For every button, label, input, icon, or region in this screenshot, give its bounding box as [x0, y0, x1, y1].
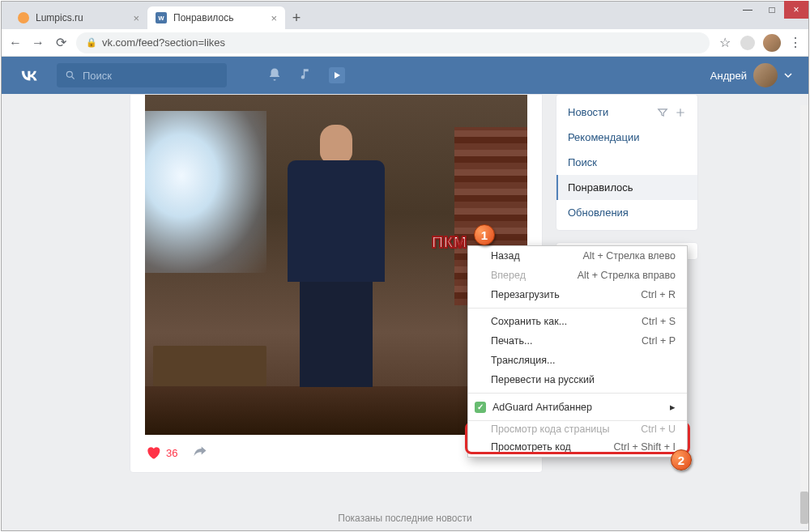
ctx-label: Перевести на русский [491, 374, 595, 385]
header-icons [267, 67, 345, 83]
ctx-label: Просмотр кода страницы [491, 423, 609, 433]
sidebar-item-updates[interactable]: Обновления [556, 200, 697, 225]
like-count: 36 [166, 447, 177, 459]
ctx-adguard[interactable]: ✓AdGuard Антибаннер ▸ [468, 397, 687, 417]
svg-marker-2 [335, 72, 340, 79]
separator [468, 308, 687, 309]
address-bar[interactable]: 🔒 vk.com/feed?section=likes [76, 32, 710, 53]
ctx-forward[interactable]: ВпередAlt + Стрелка вправо [468, 266, 687, 285]
ctx-back[interactable]: НазадAlt + Стрелка влево [468, 246, 687, 266]
ctx-label: Трансляция... [491, 355, 555, 366]
sidebar-item-label: Обновления [568, 206, 629, 219]
ctx-inspect[interactable]: Просмотреть кодCtrl + Shift + I [468, 437, 687, 457]
chevron-down-icon [784, 71, 792, 79]
lock-icon: 🔒 [86, 37, 97, 48]
vk-header: Поиск Андрей [2, 57, 808, 94]
username-label: Андрей [710, 70, 747, 82]
separator [468, 393, 687, 394]
ctx-label: Сохранить как... [491, 316, 567, 327]
feed-footer-text: Показаны последние новости [338, 513, 471, 524]
browser-menu-icon[interactable]: ⋮ [789, 35, 802, 50]
sidebar-item-search[interactable]: Поиск [556, 150, 697, 175]
adguard-icon: ✓ [475, 402, 486, 413]
ctx-shortcut: Ctrl + P [642, 335, 676, 347]
favicon-lumpics [18, 12, 29, 23]
ctx-label: AdGuard Антибаннер [492, 402, 592, 413]
url-text: vk.com/feed?section=likes [102, 36, 225, 49]
ctx-shortcut: Ctrl + U [641, 423, 676, 433]
ctx-shortcut: Alt + Стрелка влево [582, 250, 676, 262]
vk-logo-icon[interactable] [18, 64, 40, 87]
window-controls: — □ × [735, 1, 808, 19]
scrollbar-track[interactable] [800, 105, 808, 526]
heart-icon [145, 445, 161, 461]
ctx-translate[interactable]: Перевести на русский [468, 370, 687, 389]
ctx-save-as[interactable]: Сохранить как...Ctrl + S [468, 312, 687, 331]
ctx-label: Просмотреть код [491, 441, 571, 453]
user-menu[interactable]: Андрей [710, 63, 792, 87]
ctx-label: Перезагрузить [491, 289, 560, 300]
sidebar-item-label: Рекомендации [568, 131, 640, 143]
ctx-view-source-obscured[interactable]: Просмотр кода страницыCtrl + U [467, 421, 688, 436]
ctx-shortcut: Ctrl + Shift + I [614, 441, 676, 453]
tab-title: Lumpics.ru [36, 12, 83, 23]
tab-lumpics[interactable]: Lumpics.ru × [10, 6, 147, 29]
sidebar-item-recommendations[interactable]: Рекомендации [556, 125, 697, 150]
sidebar-item-liked[interactable]: Понравилось [556, 175, 697, 200]
svg-point-0 [66, 71, 72, 77]
sidebar-item-news[interactable]: Новости [556, 100, 697, 125]
svg-line-1 [72, 77, 75, 79]
close-tab-icon[interactable]: × [133, 12, 139, 24]
music-icon[interactable] [298, 67, 313, 82]
bookmark-star-icon[interactable]: ☆ [718, 36, 732, 50]
tab-title: Понравилось [173, 12, 233, 23]
search-icon [65, 70, 76, 81]
submenu-arrow-icon: ▸ [670, 401, 676, 413]
extension-icon[interactable] [740, 36, 755, 50]
like-button[interactable]: 36 [145, 445, 177, 461]
ctx-reload[interactable]: ПерезагрузитьCtrl + R [468, 285, 687, 304]
ctx-shortcut: Ctrl + R [641, 289, 676, 300]
annotation-pkm-label: ПКМ [432, 233, 467, 252]
ctx-label: Печать... [491, 335, 532, 347]
filter-icon[interactable] [657, 107, 668, 118]
ctx-shortcut: Ctrl + S [642, 316, 676, 327]
forward-button[interactable]: → [31, 36, 45, 50]
annotation-marker-2: 2 [671, 449, 692, 470]
ctx-label: Вперед [491, 270, 526, 281]
sidebar-menu: Новости Рекомендации Поиск Понравилось О… [556, 94, 698, 231]
scrollbar-thumb[interactable] [800, 492, 808, 524]
tab-strip: Lumpics.ru × w Понравилось × + [2, 2, 808, 29]
toolbar: ← → ⟳ 🔒 vk.com/feed?section=likes ☆ ⋮ [2, 29, 808, 57]
sidebar-item-label: Новости [568, 106, 608, 118]
favicon-vk: w [156, 12, 167, 23]
minimize-button[interactable]: — [735, 1, 760, 19]
player-icon[interactable] [329, 67, 345, 83]
plus-icon[interactable] [675, 107, 686, 118]
back-button[interactable]: ← [8, 36, 23, 50]
new-tab-button[interactable]: + [285, 6, 308, 29]
notifications-icon[interactable] [267, 67, 282, 82]
tab-vk[interactable]: w Понравилось × [147, 6, 285, 29]
search-placeholder: Поиск [83, 70, 112, 82]
profile-avatar[interactable] [763, 34, 781, 52]
ctx-label: Назад [491, 250, 520, 262]
user-avatar [753, 63, 778, 87]
reload-button[interactable]: ⟳ [53, 36, 68, 50]
close-button[interactable]: × [784, 1, 808, 19]
sidebar-item-label: Понравилось [568, 181, 633, 194]
sidebar-item-label: Поиск [568, 156, 597, 168]
search-input[interactable]: Поиск [57, 63, 227, 87]
annotation-marker-1: 1 [474, 224, 495, 245]
ctx-print[interactable]: Печать...Ctrl + P [468, 331, 687, 351]
ctx-shortcut: Alt + Стрелка вправо [578, 270, 676, 281]
share-icon[interactable] [192, 445, 208, 461]
ctx-cast[interactable]: Трансляция... [468, 351, 687, 370]
maximize-button[interactable]: □ [760, 1, 784, 19]
close-tab-icon[interactable]: × [271, 12, 277, 24]
